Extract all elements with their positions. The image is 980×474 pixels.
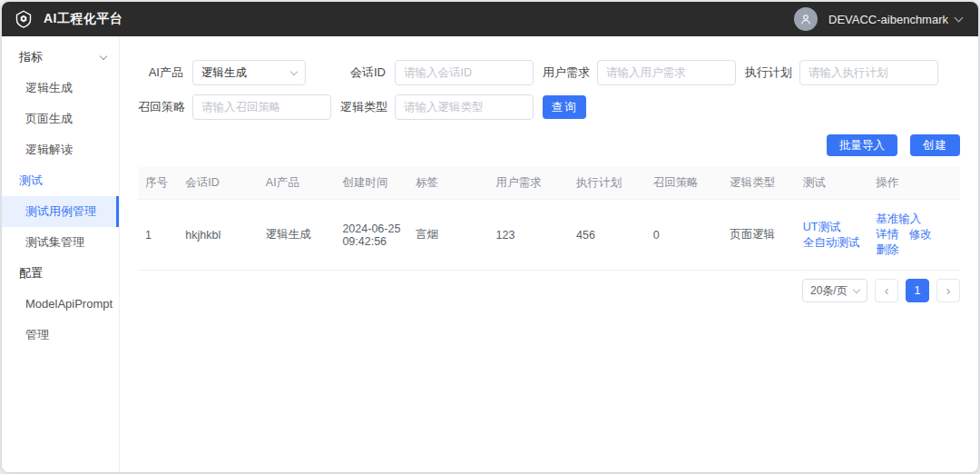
sidebar-group-label: 测试 <box>19 173 43 189</box>
table-toolbar: 批量导入 创建 <box>138 134 960 156</box>
filter-logic-type: 逻辑类型 <box>340 94 543 120</box>
recall-strategy-input[interactable] <box>192 94 331 120</box>
cell-session-id: hkjhkbl <box>178 200 259 271</box>
sidebar-item-test-set-management[interactable]: 测试集管理 <box>2 227 119 258</box>
sidebar: 指标 逻辑生成 页面生成 逻辑解读 测试 测试用例管理 测试集管理 配置 Mod… <box>2 36 120 472</box>
sidebar-item-modelapiprompt-management[interactable]: ModelApiPrompt管理 <box>2 289 119 320</box>
cell-test-links: UT测试 全自动测试 <box>796 200 869 271</box>
prev-page-button[interactable]: ‹ <box>875 279 898 302</box>
page-number-button[interactable]: 1 <box>906 279 929 302</box>
sidebar-group-config[interactable]: 配置 <box>2 258 119 289</box>
cell-created-at: 2024-06-25 09:42:56 <box>335 200 408 271</box>
cell-logic-type: 页面逻辑 <box>722 200 796 271</box>
page-title: AI工程化平台 <box>44 11 123 27</box>
search-button[interactable]: 查询 <box>543 95 586 119</box>
sidebar-group-label: 指标 <box>19 49 43 65</box>
app-window: AI工程化平台 DEVACC-aibenchmark 指标 逻辑生成 页面生成 … <box>2 2 978 472</box>
filter-bar: AI产品 逻辑生成 会话ID 用户需求 执行计划 <box>138 60 960 120</box>
page-size-select[interactable]: 20条/页 <box>802 279 867 302</box>
sidebar-item-test-case-management[interactable]: 测试用例管理 <box>2 196 119 227</box>
col-test: 测试 <box>796 167 869 200</box>
platform-logo-icon <box>15 10 33 28</box>
next-page-button[interactable]: › <box>936 279 960 302</box>
cell-ai-product: 逻辑生成 <box>259 200 336 271</box>
filter-search-cell: 查询 <box>543 94 745 120</box>
table-row: 1 hkjhkbl 逻辑生成 2024-06-25 09:42:56 言烟 12… <box>138 200 960 271</box>
batch-import-button[interactable]: 批量导入 <box>827 134 897 156</box>
col-user-requirement: 用户需求 <box>489 167 570 200</box>
col-actions: 操作 <box>868 167 960 200</box>
filter-execution-plan: 执行计划 <box>745 60 947 85</box>
col-ai-product: AI产品 <box>259 167 336 200</box>
filter-recall-strategy: 召回策略 <box>138 94 340 120</box>
sidebar-item-page-generation[interactable]: 页面生成 <box>2 104 119 134</box>
ai-product-label: AI产品 <box>138 64 192 81</box>
user-menu[interactable]: DEVACC-aibenchmark <box>794 7 962 31</box>
execution-plan-label: 执行计划 <box>745 64 799 81</box>
cell-action-links: 基准输入 详情 修改 删除 <box>868 200 960 271</box>
main-content: AI产品 逻辑生成 会话ID 用户需求 执行计划 <box>120 36 978 472</box>
sidebar-item-logic-generation[interactable]: 逻辑生成 <box>2 73 119 104</box>
col-tag: 标签 <box>408 167 489 200</box>
cell-tag: 言烟 <box>408 200 489 271</box>
filter-user-requirement: 用户需求 <box>543 60 745 85</box>
chevron-down-icon <box>853 285 860 292</box>
username-label: DEVACC-aibenchmark <box>828 13 948 26</box>
app-header: AI工程化平台 DEVACC-aibenchmark <box>2 2 978 36</box>
chevron-down-icon <box>100 52 107 59</box>
col-logic-type: 逻辑类型 <box>722 167 796 200</box>
edit-link[interactable]: 修改 <box>909 228 932 241</box>
user-requirement-input[interactable] <box>597 60 736 85</box>
ai-product-value: 逻辑生成 <box>201 65 247 81</box>
col-execution-plan: 执行计划 <box>569 167 646 200</box>
session-id-label: 会话ID <box>340 64 395 81</box>
filter-ai-product: AI产品 逻辑生成 <box>138 60 340 85</box>
cell-index: 1 <box>138 200 178 271</box>
chevron-down-icon <box>290 67 298 74</box>
table-header-row: 序号 会话ID AI产品 创建时间 标签 用户需求 执行计划 召回策略 逻辑类型… <box>138 167 960 200</box>
cell-recall-strategy: 0 <box>646 200 723 271</box>
ut-test-link[interactable]: UT测试 <box>803 221 841 233</box>
user-requirement-label: 用户需求 <box>543 64 597 81</box>
sidebar-group-metrics[interactable]: 指标 <box>2 42 119 73</box>
cell-execution-plan: 456 <box>569 200 646 271</box>
sidebar-item-logic-interpretation[interactable]: 逻辑解读 <box>2 134 119 165</box>
col-recall-strategy: 召回策略 <box>646 167 723 200</box>
pagination: 20条/页 ‹ 1 › <box>138 279 960 302</box>
col-index: 序号 <box>138 167 178 200</box>
full-auto-test-link[interactable]: 全自动测试 <box>803 236 860 249</box>
col-created-at: 创建时间 <box>335 167 408 200</box>
session-id-input[interactable] <box>395 60 534 85</box>
baseline-input-link[interactable]: 基准输入 <box>876 212 921 225</box>
sidebar-group-label: 配置 <box>19 265 43 281</box>
filter-session-id: 会话ID <box>340 60 543 85</box>
logic-type-input[interactable] <box>395 94 534 120</box>
test-case-table: 序号 会话ID AI产品 创建时间 标签 用户需求 执行计划 召回策略 逻辑类型… <box>138 167 960 271</box>
cell-user-requirement: 123 <box>489 200 570 271</box>
col-session-id: 会话ID <box>178 167 259 200</box>
page-size-value: 20条/页 <box>810 283 848 299</box>
create-button[interactable]: 创建 <box>910 134 960 156</box>
sidebar-group-test[interactable]: 测试 <box>2 165 119 196</box>
details-link[interactable]: 详情 <box>876 228 898 241</box>
delete-link[interactable]: 删除 <box>876 243 898 256</box>
logic-type-label: 逻辑类型 <box>340 99 395 115</box>
ai-product-select[interactable]: 逻辑生成 <box>192 60 306 85</box>
user-avatar-icon <box>794 7 818 31</box>
recall-strategy-label: 召回策略 <box>138 99 192 115</box>
chevron-down-icon <box>955 13 964 22</box>
execution-plan-input[interactable] <box>799 60 938 85</box>
